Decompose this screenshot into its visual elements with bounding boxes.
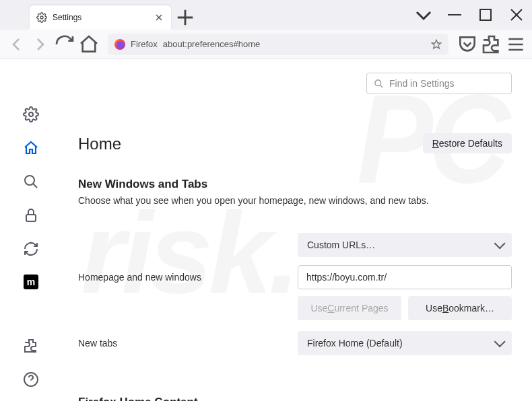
newtabs-dropdown[interactable]: Firefox Home (Default): [298, 331, 512, 355]
firefox-icon: [114, 39, 125, 50]
gear-icon: [36, 12, 47, 23]
new-tab-button[interactable]: [175, 7, 195, 28]
homepage-url-input[interactable]: [298, 265, 512, 289]
maximize-button[interactable]: [470, 4, 501, 26]
use-bookmark-button[interactable]: Use Bookmark…: [408, 296, 512, 320]
settings-content: Find in Settings Home Restore Defaults N…: [62, 59, 532, 401]
back-button[interactable]: [5, 34, 27, 55]
url-text: about:preferences#home: [163, 39, 261, 49]
svg-point-0: [40, 16, 43, 19]
homepage-mode-dropdown[interactable]: Custom URLs…: [298, 233, 512, 257]
section-new-windows-desc: Choose what you see when you open your h…: [78, 195, 512, 206]
sidebar-extensions-icon[interactable]: [23, 338, 39, 354]
close-window-button[interactable]: [501, 4, 532, 26]
sidebar-home-icon[interactable]: [23, 140, 39, 156]
reload-button[interactable]: [54, 34, 75, 55]
svg-point-6: [375, 79, 381, 85]
extensions-button[interactable]: [481, 34, 502, 55]
tab-settings[interactable]: Settings: [30, 5, 171, 30]
pocket-button[interactable]: [457, 34, 478, 55]
homepage-label-text: Homepage and new windows: [78, 272, 287, 283]
sidebar-sync-icon[interactable]: [23, 241, 39, 257]
sidebar-more-icon[interactable]: m: [24, 275, 38, 289]
svg-rect-4: [26, 215, 36, 221]
section-new-windows-title: New Windows and Tabs: [78, 178, 512, 191]
section-home-content-title: Firefox Home Content: [78, 396, 512, 401]
search-placeholder: Find in Settings: [389, 78, 455, 89]
restore-defaults-button[interactable]: Restore Defaults: [423, 133, 512, 153]
tabs-dropdown-button[interactable]: [408, 4, 439, 26]
newtabs-label: New tabs: [78, 338, 287, 349]
home-button-toolbar[interactable]: [78, 34, 100, 55]
menu-button[interactable]: [505, 34, 527, 55]
url-prefix: Firefox: [131, 39, 158, 49]
settings-sidebar: m: [0, 59, 62, 401]
sidebar-general-icon[interactable]: [23, 106, 39, 122]
bookmark-star-icon[interactable]: [431, 39, 442, 50]
find-in-settings-input[interactable]: Find in Settings: [366, 73, 512, 94]
minimize-button[interactable]: [439, 4, 470, 26]
search-icon: [374, 79, 384, 89]
tab-title: Settings: [53, 13, 81, 22]
tab-strip: Settings: [0, 0, 532, 30]
forward-button[interactable]: [30, 34, 51, 55]
svg-rect-1: [480, 9, 491, 20]
nav-toolbar: Firefox about:preferences#home: [0, 30, 532, 59]
sidebar-privacy-icon[interactable]: [23, 207, 39, 223]
svg-point-3: [25, 176, 34, 185]
svg-point-2: [29, 112, 33, 116]
sidebar-help-icon[interactable]: [23, 371, 39, 388]
sidebar-search-icon[interactable]: [23, 174, 39, 190]
url-bar[interactable]: Firefox about:preferences#home: [108, 34, 448, 55]
close-tab-icon[interactable]: [154, 12, 164, 23]
use-current-pages-button[interactable]: Use Current Pages: [298, 296, 401, 320]
